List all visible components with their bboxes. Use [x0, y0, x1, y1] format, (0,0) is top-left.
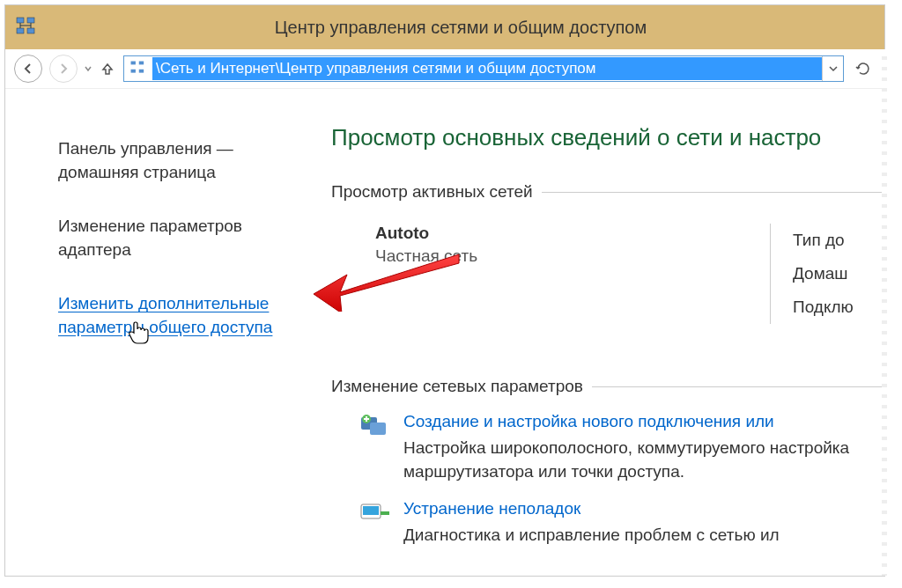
refresh-button[interactable]: [851, 56, 876, 81]
troubleshoot-link[interactable]: Устранение неполадок: [403, 499, 580, 518]
svg-rect-10: [139, 70, 144, 73]
troubleshoot-icon: [358, 499, 391, 527]
network-name: Autoto: [375, 224, 770, 243]
access-type-label: Тип до: [793, 224, 884, 257]
up-button[interactable]: [99, 55, 116, 83]
address-bar[interactable]: \Сеть и Интернет\Центр управления сетями…: [123, 55, 844, 82]
svg-rect-8: [139, 62, 144, 65]
troubleshoot-item[interactable]: Устранение неполадок Диагностика и испра…: [358, 499, 884, 548]
content-area: Панель управления — домашняя страница Из…: [5, 89, 884, 576]
new-connection-desc: Настройка широкополосного, коммутируемог…: [403, 437, 884, 483]
connections-label: Подклю: [793, 290, 884, 324]
change-settings-title: Изменение сетевых параметров: [331, 377, 583, 396]
change-settings-header: Изменение сетевых параметров: [331, 377, 884, 396]
control-panel-window: Центр управления сетями и общим доступом: [4, 4, 885, 577]
advanced-sharing-label: Изменить дополнительные параметры общего…: [58, 294, 272, 336]
advanced-sharing-link[interactable]: Изменить дополнительные параметры общего…: [58, 292, 292, 339]
forward-button[interactable]: [49, 55, 78, 83]
troubleshoot-desc: Диагностика и исправление проблем с сеть…: [403, 524, 780, 548]
svg-rect-16: [381, 511, 389, 515]
network-type: Частная сеть: [375, 246, 770, 266]
divider: [542, 192, 884, 193]
sidebar: Панель управления — домашняя страница Из…: [5, 89, 309, 576]
address-dropdown-icon[interactable]: [822, 56, 843, 81]
homegroup-label: Домаш: [793, 257, 884, 290]
network-center-icon: [14, 15, 39, 40]
svg-rect-2: [17, 28, 24, 33]
new-connection-icon: [358, 412, 391, 440]
svg-rect-0: [17, 18, 24, 23]
svg-rect-9: [131, 70, 136, 73]
svg-rect-7: [131, 62, 136, 65]
address-text: \Сеть и Интернет\Центр управления сетями…: [152, 57, 822, 80]
svg-rect-1: [27, 18, 34, 23]
svg-rect-3: [27, 28, 34, 33]
window-title: Центр управления сетями и общим доступом: [46, 18, 876, 38]
torn-edge: [882, 49, 887, 576]
back-button[interactable]: [14, 55, 42, 83]
new-connection-item[interactable]: Создание и настройка нового подключения …: [358, 412, 884, 483]
nav-toolbar: \Сеть и Интернет\Центр управления сетями…: [5, 49, 884, 89]
svg-rect-15: [363, 506, 379, 515]
titlebar: Центр управления сетями и общим доступом: [5, 5, 884, 49]
new-connection-link[interactable]: Создание и настройка нового подключения …: [403, 412, 774, 430]
page-heading: Просмотр основных сведений о сети и наст…: [331, 124, 884, 151]
control-panel-home-link[interactable]: Панель управления — домашняя страница: [58, 137, 292, 184]
address-icon: [128, 58, 149, 79]
network-info: Autoto Частная сеть Тип до Домаш Подклю: [331, 224, 884, 324]
svg-rect-12: [370, 423, 386, 435]
active-networks-header: Просмотр активных сетей: [331, 182, 884, 202]
main-panel: Просмотр основных сведений о сети и наст…: [309, 89, 884, 576]
history-dropdown-icon[interactable]: [85, 64, 92, 74]
divider: [592, 386, 884, 387]
change-adapter-link[interactable]: Изменение параметров адаптера: [58, 215, 292, 261]
active-networks-title: Просмотр активных сетей: [331, 182, 533, 202]
